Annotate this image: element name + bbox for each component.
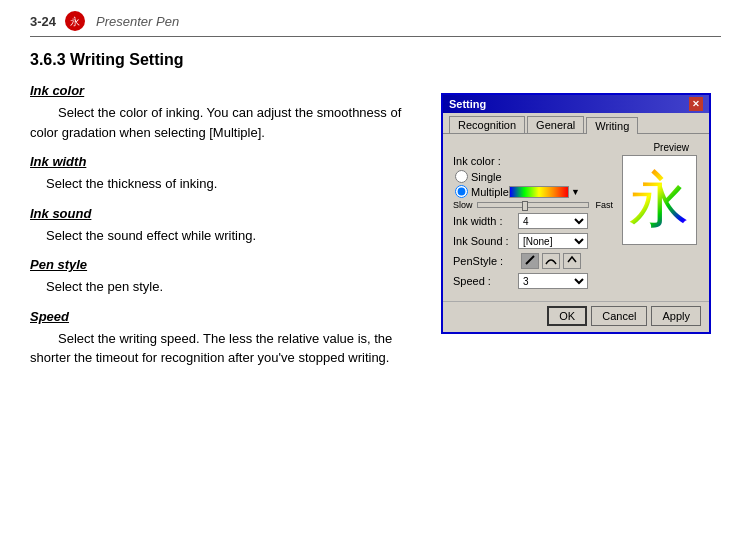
ink-color-field-label: Ink color : — [453, 155, 613, 167]
dialog-titlebar: Setting ✕ — [443, 95, 709, 113]
ok-button[interactable]: OK — [547, 306, 587, 326]
color-bar: ▼ — [509, 186, 580, 198]
ink-width-row: Ink width : 4 — [453, 213, 613, 229]
section-heading-ink-width: Ink width — [30, 154, 421, 169]
slow-label: Slow — [453, 200, 475, 210]
pen-style-row: PenStyle : — [453, 253, 613, 269]
header: 3-24 永 Presenter Pen — [30, 10, 721, 37]
speed-row: Speed : 3 — [453, 273, 613, 289]
chapter-title: 3.6.3 Writing Setting — [30, 51, 721, 69]
tab-writing[interactable]: Writing — [586, 117, 638, 134]
speed-slider-thumb — [522, 201, 528, 211]
preview-character: 永 — [629, 160, 689, 241]
pen-style-label: PenStyle : — [453, 255, 518, 267]
single-radio[interactable] — [455, 170, 468, 183]
dialog-close-button[interactable]: ✕ — [689, 97, 703, 111]
speed-slider[interactable] — [477, 202, 589, 208]
single-label: Single — [471, 171, 502, 183]
ink-sound-label: Ink Sound : — [453, 235, 518, 247]
single-radio-row: Single — [455, 170, 613, 183]
color-gradient — [509, 186, 569, 198]
section-heading-ink-color: Ink color — [30, 83, 421, 98]
page-number: 3-24 — [30, 14, 56, 29]
preview-box: 永 — [622, 155, 697, 245]
ink-sound-row: Ink Sound : [None] — [453, 233, 613, 249]
ink-sound-select[interactable]: [None] — [518, 233, 588, 249]
dialog-footer: OK Cancel Apply — [443, 301, 709, 332]
speed-slider-row: Slow Fast — [453, 200, 613, 210]
pen-style-btn-2[interactable] — [542, 253, 560, 269]
main-content: Ink color Select the color of inking. Yo… — [30, 83, 721, 372]
speed-body: Select the writing speed. The less the r… — [30, 329, 421, 368]
section-heading-pen-style: Pen style — [30, 257, 421, 272]
preview-label: Preview — [453, 142, 699, 153]
dialog-tabs: Recognition General Writing — [443, 113, 709, 134]
color-radio-group: Single Multiple ▼ — [455, 170, 613, 198]
pen-style-body: Select the pen style. — [30, 277, 421, 297]
tab-recognition[interactable]: Recognition — [449, 116, 525, 133]
dialog-settings-left: Ink color : Single Multiple — [453, 155, 613, 293]
fast-label: Fast — [591, 200, 613, 210]
multiple-label: Multiple — [471, 186, 509, 198]
color-dropdown-arrow[interactable]: ▼ — [571, 187, 580, 197]
section-heading-speed: Speed — [30, 309, 421, 324]
pen-style-btn-3[interactable] — [563, 253, 581, 269]
ink-sound-body: Select the sound effect while writing. — [30, 226, 421, 246]
multiple-radio-row: Multiple ▼ — [455, 185, 613, 198]
speed-label: Speed : — [453, 275, 518, 287]
dialog-body: Preview Ink color : Single — [443, 134, 709, 301]
dialog-title: Setting — [449, 98, 486, 110]
page: 3-24 永 Presenter Pen 3.6.3 Writing Setti… — [0, 0, 751, 540]
speed-select[interactable]: 3 — [518, 273, 588, 289]
cancel-button[interactable]: Cancel — [591, 306, 647, 326]
ink-width-select[interactable]: 4 — [518, 213, 588, 229]
ink-width-body: Select the thickness of inking. — [30, 174, 421, 194]
dialog-preview-area: 永 — [619, 155, 699, 293]
right-column: Setting ✕ Recognition General Writing — [441, 83, 721, 372]
header-title: Presenter Pen — [96, 14, 179, 29]
tab-general[interactable]: General — [527, 116, 584, 133]
pen-style-btn-1[interactable] — [521, 253, 539, 269]
multiple-radio[interactable] — [455, 185, 468, 198]
section-heading-ink-sound: Ink sound — [30, 206, 421, 221]
settings-dialog: Setting ✕ Recognition General Writing — [441, 93, 711, 334]
logo-icon: 永 — [64, 10, 86, 32]
svg-text:永: 永 — [70, 16, 80, 27]
left-column: Ink color Select the color of inking. Yo… — [30, 83, 421, 372]
ink-color-body: Select the color of inking. You can adju… — [30, 103, 421, 142]
apply-button[interactable]: Apply — [651, 306, 701, 326]
dialog-content-area: Ink color : Single Multiple — [453, 155, 699, 293]
ink-width-label: Ink width : — [453, 215, 518, 227]
